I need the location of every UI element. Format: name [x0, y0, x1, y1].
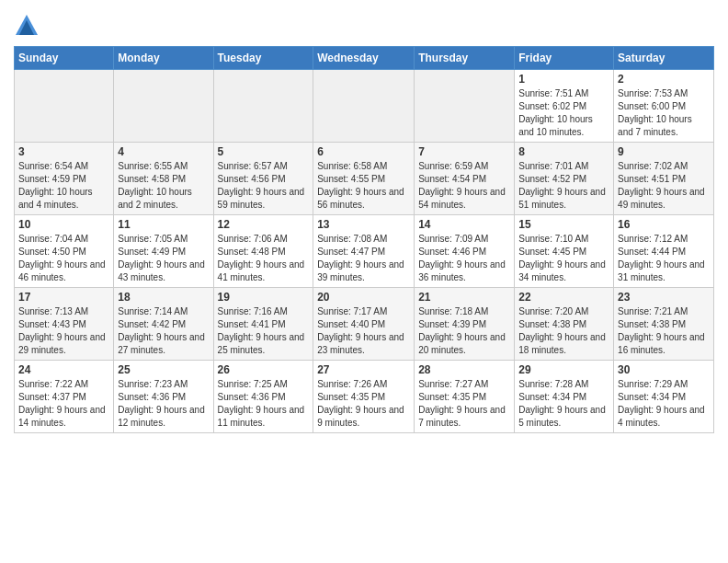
- calendar-cell: [114, 70, 213, 143]
- day-info: Sunrise: 6:57 AM Sunset: 4:56 PM Dayligh…: [218, 160, 310, 212]
- calendar-header-saturday: Saturday: [614, 47, 714, 70]
- calendar-week-1: 3Sunrise: 6:54 AM Sunset: 4:59 PM Daylig…: [15, 143, 714, 215]
- calendar-cell: 1Sunrise: 7:51 AM Sunset: 6:02 PM Daylig…: [515, 70, 614, 143]
- day-info: Sunrise: 6:58 AM Sunset: 4:55 PM Dayligh…: [317, 160, 410, 212]
- calendar-cell: 20Sunrise: 7:17 AM Sunset: 4:40 PM Dayli…: [313, 288, 415, 361]
- day-info: Sunrise: 7:06 AM Sunset: 4:48 PM Dayligh…: [218, 233, 310, 284]
- day-info: Sunrise: 7:10 AM Sunset: 4:45 PM Dayligh…: [518, 233, 609, 284]
- calendar-cell: 10Sunrise: 7:04 AM Sunset: 4:50 PM Dayli…: [15, 215, 114, 288]
- calendar: SundayMondayTuesdayWednesdayThursdayFrid…: [14, 46, 714, 433]
- day-number: 29: [518, 363, 609, 376]
- day-info: Sunrise: 7:28 AM Sunset: 4:34 PM Dayligh…: [518, 378, 609, 430]
- calendar-header-tuesday: Tuesday: [213, 47, 313, 70]
- day-info: Sunrise: 7:27 AM Sunset: 4:35 PM Dayligh…: [418, 378, 510, 430]
- day-info: Sunrise: 6:59 AM Sunset: 4:54 PM Dayligh…: [418, 160, 510, 212]
- day-info: Sunrise: 7:23 AM Sunset: 4:36 PM Dayligh…: [118, 378, 209, 430]
- day-number: 2: [618, 73, 710, 86]
- calendar-cell: [313, 70, 415, 143]
- day-number: 13: [317, 218, 410, 231]
- calendar-header-friday: Friday: [515, 47, 614, 70]
- day-number: 18: [118, 291, 209, 304]
- day-info: Sunrise: 7:13 AM Sunset: 4:43 PM Dayligh…: [18, 305, 109, 357]
- calendar-cell: 17Sunrise: 7:13 AM Sunset: 4:43 PM Dayli…: [15, 288, 114, 361]
- day-info: Sunrise: 7:14 AM Sunset: 4:42 PM Dayligh…: [118, 305, 209, 357]
- day-number: 17: [18, 291, 109, 304]
- calendar-cell: 9Sunrise: 7:02 AM Sunset: 4:51 PM Daylig…: [614, 143, 714, 215]
- day-number: 3: [18, 145, 109, 158]
- calendar-cell: 23Sunrise: 7:21 AM Sunset: 4:38 PM Dayli…: [614, 288, 714, 361]
- day-number: 10: [18, 218, 109, 231]
- day-number: 25: [118, 363, 209, 376]
- day-info: Sunrise: 7:29 AM Sunset: 4:34 PM Dayligh…: [618, 378, 710, 430]
- calendar-cell: 12Sunrise: 7:06 AM Sunset: 4:48 PM Dayli…: [213, 215, 313, 288]
- calendar-cell: 7Sunrise: 6:59 AM Sunset: 4:54 PM Daylig…: [415, 143, 515, 215]
- day-info: Sunrise: 7:51 AM Sunset: 6:02 PM Dayligh…: [518, 87, 609, 139]
- day-info: Sunrise: 7:21 AM Sunset: 4:38 PM Dayligh…: [618, 305, 710, 357]
- calendar-header-thursday: Thursday: [415, 47, 515, 70]
- calendar-cell: 13Sunrise: 7:08 AM Sunset: 4:47 PM Dayli…: [313, 215, 415, 288]
- day-info: Sunrise: 7:09 AM Sunset: 4:46 PM Dayligh…: [418, 233, 510, 284]
- calendar-cell: 25Sunrise: 7:23 AM Sunset: 4:36 PM Dayli…: [114, 361, 213, 433]
- calendar-cell: 11Sunrise: 7:05 AM Sunset: 4:49 PM Dayli…: [114, 215, 213, 288]
- calendar-cell: 24Sunrise: 7:22 AM Sunset: 4:37 PM Dayli…: [15, 361, 114, 433]
- day-info: Sunrise: 7:01 AM Sunset: 4:52 PM Dayligh…: [518, 160, 609, 212]
- calendar-cell: 21Sunrise: 7:18 AM Sunset: 4:39 PM Dayli…: [415, 288, 515, 361]
- calendar-header-sunday: Sunday: [15, 47, 114, 70]
- calendar-cell: 6Sunrise: 6:58 AM Sunset: 4:55 PM Daylig…: [313, 143, 415, 215]
- day-number: 16: [618, 218, 710, 231]
- day-info: Sunrise: 7:22 AM Sunset: 4:37 PM Dayligh…: [18, 378, 109, 430]
- day-number: 15: [518, 218, 609, 231]
- calendar-cell: 15Sunrise: 7:10 AM Sunset: 4:45 PM Dayli…: [515, 215, 614, 288]
- calendar-cell: [415, 70, 515, 143]
- day-number: 6: [317, 145, 410, 158]
- day-info: Sunrise: 7:20 AM Sunset: 4:38 PM Dayligh…: [518, 305, 609, 357]
- day-info: Sunrise: 7:02 AM Sunset: 4:51 PM Dayligh…: [618, 160, 710, 212]
- calendar-cell: 26Sunrise: 7:25 AM Sunset: 4:36 PM Dayli…: [213, 361, 313, 433]
- calendar-cell: 18Sunrise: 7:14 AM Sunset: 4:42 PM Dayli…: [114, 288, 213, 361]
- calendar-cell: 30Sunrise: 7:29 AM Sunset: 4:34 PM Dayli…: [614, 361, 714, 433]
- day-number: 8: [518, 145, 609, 158]
- day-number: 20: [317, 291, 410, 304]
- day-number: 28: [418, 363, 510, 376]
- calendar-cell: 4Sunrise: 6:55 AM Sunset: 4:58 PM Daylig…: [114, 143, 213, 215]
- logo: [14, 13, 43, 39]
- header: [14, 9, 714, 39]
- day-info: Sunrise: 7:26 AM Sunset: 4:35 PM Dayligh…: [317, 378, 410, 430]
- calendar-cell: 28Sunrise: 7:27 AM Sunset: 4:35 PM Dayli…: [415, 361, 515, 433]
- day-info: Sunrise: 7:18 AM Sunset: 4:39 PM Dayligh…: [418, 305, 510, 357]
- logo-icon: [14, 13, 40, 39]
- day-info: Sunrise: 7:53 AM Sunset: 6:00 PM Dayligh…: [618, 87, 710, 139]
- day-info: Sunrise: 6:55 AM Sunset: 4:58 PM Dayligh…: [118, 160, 209, 212]
- day-number: 22: [518, 291, 609, 304]
- day-number: 1: [518, 73, 609, 86]
- calendar-week-2: 10Sunrise: 7:04 AM Sunset: 4:50 PM Dayli…: [15, 215, 714, 288]
- calendar-cell: 16Sunrise: 7:12 AM Sunset: 4:44 PM Dayli…: [614, 215, 714, 288]
- calendar-header-monday: Monday: [114, 47, 213, 70]
- day-number: 4: [118, 145, 209, 158]
- day-info: Sunrise: 7:04 AM Sunset: 4:50 PM Dayligh…: [18, 233, 109, 284]
- day-number: 7: [418, 145, 510, 158]
- calendar-cell: 19Sunrise: 7:16 AM Sunset: 4:41 PM Dayli…: [213, 288, 313, 361]
- calendar-week-0: 1Sunrise: 7:51 AM Sunset: 6:02 PM Daylig…: [15, 70, 714, 143]
- calendar-cell: 27Sunrise: 7:26 AM Sunset: 4:35 PM Dayli…: [313, 361, 415, 433]
- day-info: Sunrise: 7:25 AM Sunset: 4:36 PM Dayligh…: [218, 378, 310, 430]
- calendar-week-3: 17Sunrise: 7:13 AM Sunset: 4:43 PM Dayli…: [15, 288, 714, 361]
- day-number: 21: [418, 291, 510, 304]
- calendar-cell: 2Sunrise: 7:53 AM Sunset: 6:00 PM Daylig…: [614, 70, 714, 143]
- day-number: 12: [218, 218, 310, 231]
- day-number: 23: [618, 291, 710, 304]
- calendar-header-wednesday: Wednesday: [313, 47, 415, 70]
- calendar-cell: 14Sunrise: 7:09 AM Sunset: 4:46 PM Dayli…: [415, 215, 515, 288]
- calendar-week-4: 24Sunrise: 7:22 AM Sunset: 4:37 PM Dayli…: [15, 361, 714, 433]
- day-info: Sunrise: 7:05 AM Sunset: 4:49 PM Dayligh…: [118, 233, 209, 284]
- day-number: 11: [118, 218, 209, 231]
- calendar-cell: 22Sunrise: 7:20 AM Sunset: 4:38 PM Dayli…: [515, 288, 614, 361]
- day-number: 5: [218, 145, 310, 158]
- calendar-cell: [213, 70, 313, 143]
- calendar-cell: 8Sunrise: 7:01 AM Sunset: 4:52 PM Daylig…: [515, 143, 614, 215]
- day-info: Sunrise: 7:08 AM Sunset: 4:47 PM Dayligh…: [317, 233, 410, 284]
- day-info: Sunrise: 7:16 AM Sunset: 4:41 PM Dayligh…: [218, 305, 310, 357]
- day-info: Sunrise: 7:17 AM Sunset: 4:40 PM Dayligh…: [317, 305, 410, 357]
- calendar-cell: 5Sunrise: 6:57 AM Sunset: 4:56 PM Daylig…: [213, 143, 313, 215]
- day-info: Sunrise: 7:12 AM Sunset: 4:44 PM Dayligh…: [618, 233, 710, 284]
